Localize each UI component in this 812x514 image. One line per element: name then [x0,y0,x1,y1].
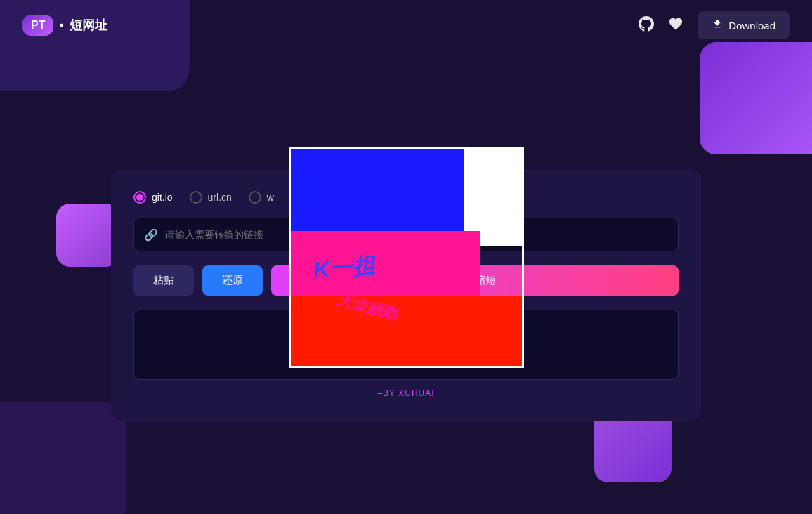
modal-image: K一担 天道酬勤 [289,147,524,368]
modal-overlay: K一担 天道酬勤 [0,0,812,514]
modal-red-section [291,296,522,366]
modal-text-1: K一担 [313,250,376,286]
